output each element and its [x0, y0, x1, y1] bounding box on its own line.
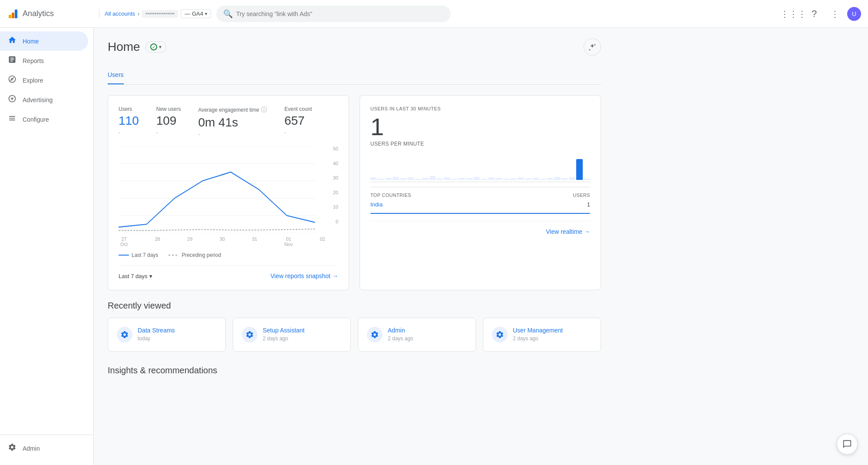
rt-bar [378, 179, 384, 180]
help-icon: ? [812, 8, 817, 20]
data-streams-name: Data Streams [138, 327, 217, 334]
topbar-actions: ⋮⋮⋮ ? ⋮ U [785, 5, 861, 23]
metric-event-value: 657 [284, 114, 312, 128]
rt-bar [488, 177, 495, 180]
top-countries-label: TOP COUNTRIES [370, 193, 411, 198]
sidebar-admin-label: Admin [23, 445, 40, 452]
search-input[interactable] [236, 10, 444, 17]
sidebar-item-explore[interactable]: Explore [0, 70, 88, 90]
chart-card-footer: Last 7 days ▾ View reports snapshot → [119, 265, 338, 279]
rt-bar [370, 177, 377, 180]
rt-bar [554, 177, 561, 180]
topbar: Analytics All accounts › •••••••••••••••… [0, 0, 868, 28]
setup-assistant-icon [245, 330, 254, 339]
recent-card-setup-assistant[interactable]: Setup Assistant 2 days ago [233, 318, 351, 352]
main-inner: Home ▾ Users [94, 28, 615, 400]
main-content: Home ▾ Users [94, 28, 868, 465]
search-bar[interactable]: 🔍 [216, 6, 451, 22]
sidebar-item-admin[interactable]: Admin [0, 438, 88, 458]
svg-rect-1 [9, 15, 11, 18]
country-name-india[interactable]: India [370, 201, 383, 208]
country-row-india: India 1 [370, 201, 590, 208]
help-circle-icon[interactable]: ⓘ [261, 106, 267, 114]
account-selector[interactable]: All accounts › •••••••••••••••• — GA4 ▾ [99, 9, 211, 18]
configure-icon [7, 114, 17, 125]
chart-date-28: 28 [155, 236, 160, 247]
setup-assistant-info: Setup Assistant 2 days ago [263, 327, 342, 342]
period-selector[interactable]: Last 7 days ▾ [119, 273, 152, 279]
main-tabs: Users [108, 66, 601, 85]
recent-card-admin[interactable]: Admin 2 days ago [358, 318, 476, 352]
setup-assistant-name: Setup Assistant [263, 327, 342, 334]
rt-bar [451, 179, 458, 180]
view-realtime-link[interactable]: View realtime → [546, 228, 590, 235]
ga4-chevron-icon: ▾ [205, 11, 207, 16]
status-badge[interactable]: ▾ [145, 41, 166, 53]
ga4-selector[interactable]: — GA4 ▾ [181, 9, 211, 18]
period-chevron-icon: ▾ [149, 273, 152, 279]
rt-bar [400, 178, 406, 180]
metric-users-sub: - [119, 130, 139, 136]
rt-bar [503, 179, 509, 180]
rt-bar [495, 178, 502, 180]
insights-sparkle-button[interactable] [584, 38, 601, 56]
recent-card-data-streams[interactable]: Data Streams today [108, 318, 226, 352]
sidebar-item-reports[interactable]: Reports [0, 51, 88, 70]
rt-bar [393, 177, 399, 180]
explore-icon [7, 75, 17, 86]
legend-solid-label: Last 7 days [132, 252, 158, 258]
rt-bar [584, 179, 590, 180]
page-title: Home [108, 40, 140, 54]
metric-new-users: New users 109 - [156, 106, 181, 137]
rt-bar [532, 178, 539, 180]
legend-solid: Last 7 days [119, 252, 158, 258]
recently-viewed-title: Recently viewed [108, 301, 601, 311]
arrow-right-icon: → [332, 272, 338, 279]
all-accounts-link[interactable]: All accounts [105, 10, 135, 17]
apps-icon-button[interactable]: ⋮⋮⋮ [785, 5, 802, 23]
sidebar-item-home[interactable]: Home [0, 31, 88, 51]
tab-users[interactable]: Users [108, 66, 124, 84]
sidebar-configure-label: Configure [23, 116, 49, 123]
rt-bar [422, 178, 429, 180]
realtime-divider [370, 187, 590, 187]
analytics-logo-icon [7, 8, 19, 20]
chart-date-02: 02 [320, 236, 325, 247]
home-icon [7, 36, 17, 46]
chart-x-axis: 27 Oct 28 29 30 31 01 Nov 02 [119, 236, 338, 247]
sparkle-icon [588, 43, 597, 51]
chart-card: Users 110 - New users 109 - Average enga… [108, 95, 349, 290]
setup-assistant-icon-container [242, 327, 257, 342]
rt-bar [481, 179, 487, 180]
logo-area: Analytics [7, 8, 94, 20]
chart-legend: Last 7 days Preceding period [119, 252, 338, 258]
chart-date-29: 29 [187, 236, 192, 247]
sidebar-item-advertising[interactable]: Advertising [0, 90, 88, 110]
realtime-bar-chart [370, 154, 590, 180]
recent-card-user-management[interactable]: User Management 2 days ago [483, 318, 601, 352]
top-countries: TOP COUNTRIES USERS India 1 [370, 193, 590, 214]
insights-title: Insights & recommendations [108, 365, 601, 375]
metric-event-sub: - [284, 130, 312, 136]
user-avatar[interactable]: U [847, 7, 861, 21]
chat-fab-button[interactable] [837, 434, 858, 455]
legend-dashed-label: Preceding period [182, 252, 221, 258]
rt-bar [569, 177, 575, 180]
help-icon-button[interactable]: ? [805, 5, 823, 23]
rt-bar [525, 178, 531, 180]
legend-dashed-line [168, 255, 179, 256]
svg-rect-3 [15, 10, 17, 18]
advertising-icon [7, 94, 17, 105]
view-reports-snapshot-link[interactable]: View reports snapshot → [271, 272, 338, 279]
users-column-label: USERS [573, 193, 590, 198]
more-icon-button[interactable]: ⋮ [826, 5, 844, 23]
apps-icon: ⋮⋮⋮ [780, 9, 806, 19]
metric-new-users-label: New users [156, 106, 181, 112]
countries-header: TOP COUNTRIES USERS [370, 193, 590, 198]
sidebar-home-label: Home [23, 38, 39, 45]
legend-dashed: Preceding period [168, 252, 221, 258]
sidebar-item-configure[interactable]: Configure [0, 110, 88, 129]
rt-bar [561, 178, 568, 180]
realtime-card-footer: View realtime → [370, 221, 590, 235]
rt-bar [473, 177, 480, 180]
